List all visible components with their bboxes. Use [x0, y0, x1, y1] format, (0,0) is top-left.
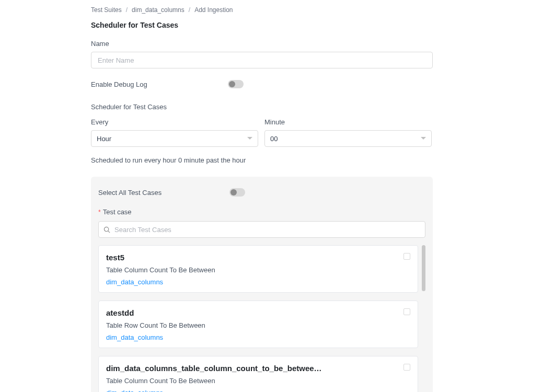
every-label: Every [91, 118, 258, 126]
search-input[interactable] [98, 221, 425, 238]
minute-select[interactable]: 00 [264, 130, 432, 147]
test-case-label: Test case [103, 208, 132, 216]
test-case-checkbox[interactable] [403, 364, 410, 371]
page-title: Scheduler for Test Cases [91, 21, 542, 29]
test-case-link[interactable]: dim_data_columns [106, 333, 410, 341]
name-label: Name [91, 40, 542, 48]
test-case-title: dim_data_columns_table_column_count_to_b… [106, 364, 410, 373]
select-all-label: Select All Test Cases [98, 189, 162, 197]
chevron-down-icon [421, 136, 426, 141]
name-input[interactable] [91, 52, 433, 68]
test-case-checkbox[interactable] [403, 253, 410, 260]
test-case-card: atestdd Table Row Count To Be Between di… [98, 301, 418, 348]
svg-point-0 [104, 227, 108, 231]
test-case-subtitle: Table Row Count To Be Between [106, 321, 410, 329]
breadcrumb-item-suite[interactable]: dim_data_columns [132, 6, 184, 14]
svg-line-1 [108, 230, 109, 232]
scheduler-heading: Scheduler for Test Cases [91, 103, 542, 111]
test-case-link[interactable]: dim_data_columns [106, 278, 410, 286]
breadcrumb-item-test-suites[interactable]: Test Suites [91, 6, 122, 14]
test-case-link[interactable]: dim_data_columns [106, 389, 410, 392]
breadcrumb-item-current: Add Ingestion [194, 6, 233, 14]
test-case-card: dim_data_columns_table_column_count_to_b… [98, 356, 418, 392]
test-case-subtitle: Table Column Count To Be Between [106, 377, 410, 385]
test-case-checkbox[interactable] [403, 308, 410, 315]
every-select[interactable]: Hour [91, 130, 258, 147]
debug-log-label: Enable Debug Log [91, 80, 147, 88]
debug-log-toggle[interactable] [228, 80, 244, 88]
test-cases-panel: Select All Test Cases * Test case test5 … [91, 177, 433, 392]
test-case-card: test5 Table Column Count To Be Between d… [98, 245, 418, 293]
test-case-title: test5 [106, 253, 410, 262]
search-icon [103, 226, 110, 233]
schedule-description: Scheduled to run every hour 0 minute pas… [91, 156, 542, 164]
chevron-down-icon [247, 136, 252, 141]
breadcrumb-separator: / [126, 6, 128, 14]
test-case-title: atestdd [106, 308, 410, 317]
scrollbar[interactable] [422, 245, 425, 291]
breadcrumb-separator: / [189, 6, 190, 14]
breadcrumb: Test Suites / dim_data_columns / Add Ing… [91, 6, 542, 14]
every-value: Hour [97, 135, 111, 143]
minute-label: Minute [264, 118, 432, 126]
required-indicator: * [98, 209, 101, 216]
select-all-toggle[interactable] [229, 188, 245, 197]
test-case-subtitle: Table Column Count To Be Between [106, 266, 410, 274]
minute-value: 00 [270, 135, 278, 143]
